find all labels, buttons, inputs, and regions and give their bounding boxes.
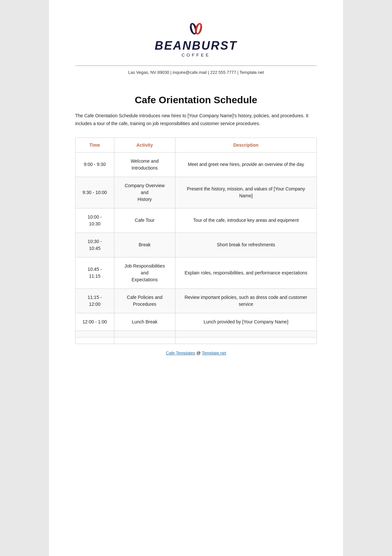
footer-links: Cafe Templates @ Template.net (75, 351, 317, 355)
col-header-time: Time (75, 138, 114, 152)
cell-activity: Break (114, 233, 175, 257)
table-row: 10:00 - 10:30Cafe TourTour of the cafe, … (75, 208, 317, 233)
table-row: 12:00 - 1:00Lunch BreakLunch provided by… (75, 313, 317, 331)
cell-empty (114, 331, 175, 337)
cell-time: 11:15 - 12:00 (75, 288, 114, 313)
logo-brand-subtext: COFFEE (182, 53, 211, 57)
cell-activity: Cafe Policies andProcedures (114, 288, 175, 313)
cell-description: Short break for refreshments (175, 233, 317, 257)
cell-empty (75, 331, 114, 337)
page: BEANBURST COFFEE Las Vegas, NV 89030 | i… (49, 0, 343, 556)
cell-description: Review important policies, such as dress… (175, 288, 317, 313)
cafe-templates-link[interactable]: Cafe Templates (166, 351, 195, 355)
table-header-row: Time Activity Description (75, 138, 317, 152)
cell-time: 9:00 - 9:30 (75, 152, 114, 177)
cell-time: 10:30 - 10:45 (75, 233, 114, 257)
table-row: 11:15 - 12:00Cafe Policies andProcedures… (75, 288, 317, 313)
table-row: 9:00 - 9:30Welcome andIntroductionsMeet … (75, 152, 317, 177)
logo-brand-name: BEANBURST (155, 39, 237, 53)
table-row: 10:30 - 10:45BreakShort break for refres… (75, 233, 317, 257)
table-row-empty (75, 331, 317, 337)
cell-empty (175, 337, 317, 344)
table-row-empty (75, 337, 317, 344)
cell-activity: Cafe Tour (114, 208, 175, 233)
page-description: The Cafe Orientation Schedule introduces… (75, 112, 317, 128)
logo-container: BEANBURST COFFEE (75, 20, 317, 57)
schedule-table: Time Activity Description 9:00 - 9:30Wel… (75, 138, 317, 344)
logo-icon (186, 20, 206, 38)
cell-description: Meet and greet new hires, provide an ove… (175, 152, 317, 177)
cell-time: 10:00 - 10:30 (75, 208, 114, 233)
template-net-link[interactable]: Template.net (202, 351, 226, 355)
table-row: 10:45 - 11:15Job Responsibilities andExp… (75, 257, 317, 288)
cell-empty (114, 337, 175, 344)
cell-description: Explain roles, responsibilities, and per… (175, 257, 317, 288)
cell-description: Lunch provided by [Your Company Name] (175, 313, 317, 331)
footer-separator: @ (196, 351, 202, 355)
col-header-description: Description (175, 138, 317, 152)
contact-info: Las Vegas, NV 89030 | inquire@cafe.mail … (75, 70, 317, 75)
cell-description: Present the history, mission, and values… (175, 177, 317, 208)
cell-activity: Lunch Break (114, 313, 175, 331)
cell-time: 9:30 - 10:00 (75, 177, 114, 208)
table-row: 9:30 - 10:00Company Overview andHistoryP… (75, 177, 317, 208)
page-title: Cafe Orientation Schedule (75, 94, 317, 106)
cell-activity: Job Responsibilities andExpectations (114, 257, 175, 288)
header: BEANBURST COFFEE (75, 20, 317, 66)
contact-text: Las Vegas, NV 89030 | inquire@cafe.mail … (128, 70, 264, 75)
cell-empty (75, 337, 114, 344)
cell-description: Tour of the cafe, introduce key areas an… (175, 208, 317, 233)
cell-time: 10:45 - 11:15 (75, 257, 114, 288)
col-header-activity: Activity (114, 138, 175, 152)
cell-activity: Welcome andIntroductions (114, 152, 175, 177)
cell-empty (175, 331, 317, 337)
cell-activity: Company Overview andHistory (114, 177, 175, 208)
cell-time: 12:00 - 1:00 (75, 313, 114, 331)
